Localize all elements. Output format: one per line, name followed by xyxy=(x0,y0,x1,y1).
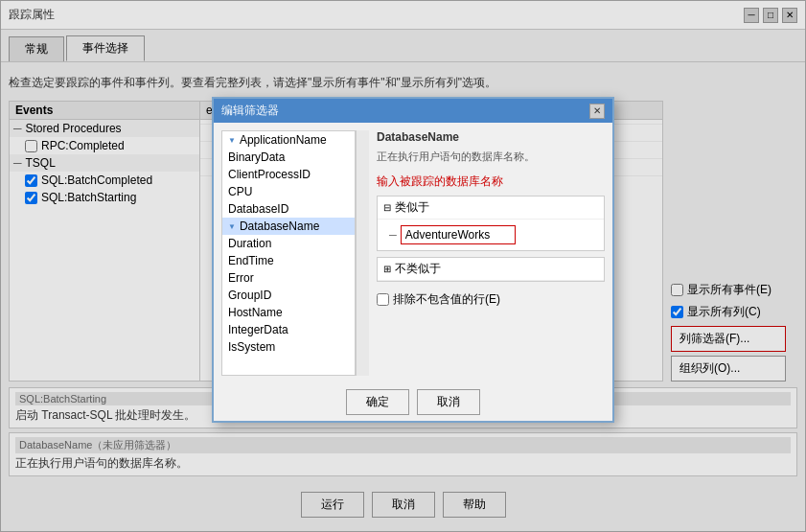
filter-item-binary-label: BinaryData xyxy=(228,150,285,164)
filter-item-intdata-label: IntegerData xyxy=(228,323,288,336)
filter-item-issystem-label: IsSystem xyxy=(228,340,275,354)
exclude-nulls-checkbox[interactable] xyxy=(377,293,389,306)
like-section-body: ─ xyxy=(378,220,604,250)
filter-item-binary[interactable]: BinaryData xyxy=(222,149,355,166)
filter-item-clientpid[interactable]: ClientProcessID xyxy=(222,166,355,183)
filter-item-appname-label: ApplicationName xyxy=(240,133,327,147)
modal-body: ApplicationName BinaryData ClientProcess… xyxy=(214,123,612,383)
modal-cancel-button[interactable]: 取消 xyxy=(417,389,480,415)
filter-item-dbid-label: DatabaseID xyxy=(228,202,288,216)
filter-right: DatabaseName 正在执行用户语句的数据库名称。 输入被跟踪的数据库名称… xyxy=(377,130,605,376)
like-section-label: 类似于 xyxy=(395,199,429,216)
filter-list: ApplicationName BinaryData ClientProcess… xyxy=(221,130,356,376)
exclude-nulls-label: 排除不包含值的行(E) xyxy=(393,291,500,308)
not-like-section-header[interactable]: ⊞ 不类似于 xyxy=(378,258,604,281)
filter-item-cpu[interactable]: CPU xyxy=(222,183,355,200)
like-value-input[interactable] xyxy=(401,225,516,244)
like-dash: ─ xyxy=(389,229,397,241)
like-input-row: ─ xyxy=(383,223,598,246)
filter-item-dbid[interactable]: DatabaseID xyxy=(222,200,355,218)
modal-footer: 确定 取消 xyxy=(214,383,612,421)
filter-item-hostname[interactable]: HostName xyxy=(222,304,355,321)
filter-editor-modal: 编辑筛选器 ✕ ApplicationName BinaryData xyxy=(212,97,614,423)
filter-item-appname[interactable]: ApplicationName xyxy=(222,131,355,149)
filter-item-issystem[interactable]: IsSystem xyxy=(222,338,355,356)
filter-input-hint: 输入被跟踪的数据库名称 xyxy=(377,173,605,190)
not-like-section-label: 不类似于 xyxy=(395,261,441,277)
filter-item-duration[interactable]: Duration xyxy=(222,235,355,252)
filter-item-groupid-label: GroupID xyxy=(228,289,271,302)
field-desc: 正在执行用户语句的数据库名称。 xyxy=(377,150,605,164)
filter-item-duration-label: Duration xyxy=(228,237,271,250)
modal-title: 编辑筛选器 xyxy=(221,103,279,119)
not-like-section: ⊞ 不类似于 xyxy=(377,257,605,282)
filter-item-dbname-label: DatabaseName xyxy=(240,220,319,233)
main-window: 跟踪属性 ─ □ ✕ 常规 事件选择 检查选定要跟踪的事件和事件列。要查看完整列… xyxy=(0,0,806,532)
like-section: ⊟ 类似于 ─ xyxy=(377,196,605,251)
filter-item-error[interactable]: Error xyxy=(222,269,355,287)
exclude-nulls-row: 排除不包含值的行(E) xyxy=(377,288,605,312)
modal-confirm-button[interactable]: 确定 xyxy=(346,389,409,415)
expand-icon-like: ⊟ xyxy=(383,202,391,213)
filter-item-endtime-label: EndTime xyxy=(228,254,274,267)
filter-item-clientpid-label: ClientProcessID xyxy=(228,168,311,181)
expand-icon-notlike: ⊞ xyxy=(383,264,391,274)
filter-item-dbname[interactable]: DatabaseName xyxy=(222,218,355,235)
filter-item-groupid[interactable]: GroupID xyxy=(222,287,355,304)
field-name: DatabaseName xyxy=(377,130,605,144)
filter-item-cpu-label: CPU xyxy=(228,185,252,198)
modal-overlay: 编辑筛选器 ✕ ApplicationName BinaryData xyxy=(1,1,805,531)
filter-item-hostname-label: HostName xyxy=(228,306,283,319)
modal-titlebar: 编辑筛选器 ✕ xyxy=(214,99,612,123)
like-section-header[interactable]: ⊟ 类似于 xyxy=(378,197,604,220)
filter-item-intdata[interactable]: IntegerData xyxy=(222,321,355,338)
filter-item-error-label: Error xyxy=(228,271,254,285)
modal-close-button[interactable]: ✕ xyxy=(589,104,605,119)
filter-list-container: ApplicationName BinaryData ClientProcess… xyxy=(221,130,369,376)
filter-list-scrollbar[interactable] xyxy=(356,130,369,376)
filter-item-endtime[interactable]: EndTime xyxy=(222,252,355,269)
